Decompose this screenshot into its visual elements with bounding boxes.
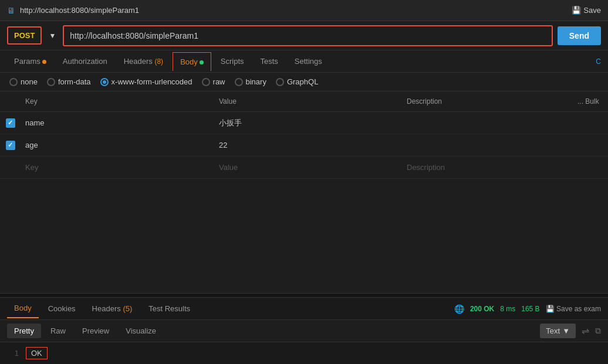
- table-row: age 22: [0, 134, 608, 157]
- table-row: name 小扳手: [0, 112, 608, 134]
- radio-form-data[interactable]: form-data: [47, 77, 91, 86]
- sub-tab-raw[interactable]: Raw: [43, 324, 73, 338]
- response-time: 8 ms: [500, 305, 515, 313]
- radio-raw[interactable]: raw: [202, 77, 225, 86]
- empty-actions: [573, 165, 608, 170]
- main-content: POST ▼ Send Params Authorization Headers…: [0, 21, 608, 364]
- header-dots: ... Bulk: [573, 95, 608, 108]
- params-dot: [42, 60, 46, 64]
- globe-icon: 🌐: [454, 304, 464, 314]
- tab-authorization[interactable]: Authorization: [56, 52, 114, 70]
- header-value: Value: [214, 95, 402, 108]
- tab-params[interactable]: Params: [7, 52, 53, 70]
- actions-cell-1: [573, 121, 608, 125]
- response-tab-body[interactable]: Body: [7, 299, 39, 318]
- radio-circle-none: [9, 78, 18, 86]
- radio-binary[interactable]: binary: [235, 77, 266, 86]
- radio-graphql[interactable]: GraphQL: [276, 77, 318, 86]
- wrap-icon[interactable]: ⇌: [582, 325, 589, 336]
- status-code: 200 OK: [470, 305, 494, 313]
- desc-placeholder[interactable]: Description: [402, 161, 573, 174]
- radio-circle-urlencoded: [100, 78, 109, 86]
- header-key: Key: [21, 95, 214, 108]
- tab-body[interactable]: Body: [173, 52, 211, 71]
- url-input-wrapper: [63, 25, 552, 46]
- response-tabs-row: Body Cookies Headers (5) Test Results 🌐 …: [0, 298, 608, 320]
- value-placeholder[interactable]: Value: [214, 161, 402, 174]
- response-ok-text: OK: [26, 347, 48, 359]
- checkbox-cell-2[interactable]: [0, 138, 21, 152]
- sub-tab-pretty[interactable]: Pretty: [7, 324, 41, 338]
- tab-headers[interactable]: Headers (8): [117, 52, 170, 70]
- response-tab-cookies[interactable]: Cookies: [41, 300, 83, 318]
- desc-cell-2: [402, 143, 573, 148]
- radio-circle-raw: [202, 78, 210, 86]
- response-tab-headers[interactable]: Headers (5): [85, 300, 140, 318]
- method-dropdown[interactable]: ▼: [46, 29, 58, 42]
- checkbox-1[interactable]: [6, 118, 15, 128]
- send-button[interactable]: Send: [558, 26, 601, 45]
- request-tabs-row: Params Authorization Headers (8) Body Sc…: [0, 50, 608, 73]
- tab-scripts[interactable]: Scripts: [214, 52, 251, 70]
- checkbox-cell-1[interactable]: [0, 116, 21, 130]
- body-dot: [200, 60, 204, 64]
- params-table: Key Value Description ... Bulk name 小扳手 …: [0, 91, 608, 179]
- empty-space: [0, 179, 608, 293]
- value-cell-1[interactable]: 小扳手: [214, 115, 402, 131]
- key-cell-2[interactable]: age: [21, 138, 214, 152]
- key-cell-1[interactable]: name: [21, 116, 214, 130]
- radio-circle-form-data: [47, 78, 55, 86]
- table-row-empty: Key Value Description: [0, 157, 608, 179]
- checkbox-cell-empty: [0, 165, 21, 170]
- dropdown-arrow: ▼: [562, 326, 570, 335]
- sub-tab-visualize[interactable]: Visualize: [119, 324, 163, 338]
- method-button[interactable]: POST: [7, 26, 42, 45]
- radio-circle-binary: [235, 78, 243, 86]
- app-icon: 🖥: [7, 6, 15, 15]
- tab-right-indicator: C: [596, 57, 601, 66]
- key-placeholder[interactable]: Key: [21, 161, 214, 174]
- body-type-row: none form-data x-www-form-urlencoded raw…: [0, 73, 608, 91]
- response-line-1: 1 OK: [7, 347, 601, 359]
- radio-urlencoded[interactable]: x-www-form-urlencoded: [100, 77, 192, 86]
- url-input[interactable]: [64, 26, 551, 45]
- response-headers-count: (5): [123, 304, 132, 313]
- response-body: 1 OK: [0, 342, 608, 364]
- radio-none[interactable]: none: [9, 77, 38, 86]
- save-icon: 💾: [572, 6, 581, 15]
- request-bar: POST ▼ Send: [0, 21, 608, 50]
- tab-settings[interactable]: Settings: [288, 52, 329, 70]
- text-format-dropdown[interactable]: Text ▼: [540, 324, 576, 338]
- save-label: Save: [583, 6, 601, 15]
- actions-cell-2: [573, 143, 608, 148]
- value-cell-2[interactable]: 22: [214, 138, 402, 152]
- sub-tab-right-controls: Text ▼ ⇌ ⧉: [540, 324, 601, 338]
- desc-cell-1: [402, 121, 573, 125]
- response-tab-test-results[interactable]: Test Results: [141, 300, 197, 318]
- response-sub-tabs: Pretty Raw Preview Visualize Text ▼ ⇌ ⧉: [0, 320, 608, 342]
- radio-circle-graphql: [276, 78, 284, 86]
- checkbox-2[interactable]: [6, 141, 15, 150]
- tab-tests[interactable]: Tests: [254, 52, 285, 70]
- top-bar-url: http://localhost:8080/simpleParam1: [20, 6, 139, 15]
- save-as-button[interactable]: 💾 Save as exam: [546, 305, 601, 313]
- line-number: 1: [7, 349, 19, 358]
- header-description: Description: [402, 95, 573, 108]
- save-button[interactable]: 💾 Save: [572, 6, 601, 15]
- response-status: 🌐 200 OK 8 ms 165 B 💾 Save as exam: [454, 304, 601, 314]
- response-size: 165 B: [521, 305, 539, 313]
- headers-count: (8): [154, 57, 163, 66]
- section-divider: [0, 293, 608, 298]
- sub-tab-preview[interactable]: Preview: [75, 324, 116, 338]
- copy-icon[interactable]: ⧉: [595, 326, 601, 336]
- top-bar: 🖥 http://localhost:8080/simpleParam1 💾 S…: [0, 0, 608, 21]
- table-header: Key Value Description ... Bulk: [0, 91, 608, 112]
- header-checkbox-col: [0, 95, 21, 108]
